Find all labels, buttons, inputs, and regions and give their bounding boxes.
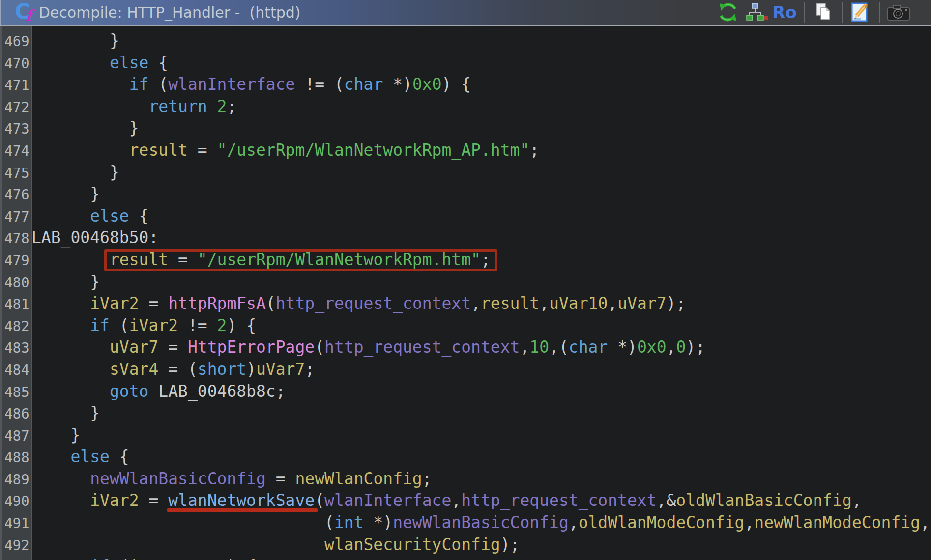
line-number: 470 [0, 53, 31, 75]
code-line[interactable]: 489 newWlanBasicConfig = newWlanConfig; [0, 468, 931, 490]
refresh-icon [719, 2, 737, 22]
code-line[interactable]: 471 if (wlanInterface != (char *)0x0) { [0, 74, 931, 96]
code-line[interactable]: 475 } [0, 162, 931, 184]
code-text: } [31, 117, 139, 140]
refresh-button[interactable] [718, 1, 738, 24]
code-text: result = "/userRpm/WlanNetworkRpm_AP.htm… [31, 140, 539, 162]
line-number: 488 [0, 447, 31, 469]
camera-icon [886, 2, 911, 22]
code-text: return 2; [31, 96, 236, 118]
line-number: 485 [0, 382, 31, 404]
code-line[interactable]: 477 else { [0, 205, 931, 227]
code-line[interactable]: 486 } [0, 402, 931, 424]
code-text: if (iVar2 != 2) { [31, 315, 256, 337]
graph-ast-button[interactable] [744, 1, 770, 24]
code-text: (int *)newWlanBasicConfig,oldWlanModeCon… [31, 512, 930, 534]
code-line[interactable]: 487 } [0, 424, 931, 447]
panel-title: Decompile: HTTP_Handler - (httpd) [39, 4, 301, 21]
code-text: result = "/userRpm/WlanNetworkRpm.htm"; [31, 249, 491, 271]
line-number: 481 [0, 294, 31, 316]
code-lines: 469 }470 else {471 if (wlanInterface != … [0, 30, 931, 560]
code-text: if (wlanInterface != (char *)0x0) { [31, 74, 471, 96]
code-line[interactable]: 470 else { [0, 52, 931, 74]
code-line[interactable]: 473 } [0, 117, 931, 140]
line-number: 487 [0, 425, 31, 448]
line-number: 473 [0, 118, 31, 140]
code-line[interactable]: 478LAB_00468b50: [0, 227, 931, 249]
code-text: } [31, 424, 80, 447]
code-text: iVar2 = wlanNetworkSave(wlanInterface,ht… [31, 490, 862, 512]
graph-icon [746, 2, 768, 22]
line-number: 490 [0, 491, 31, 513]
code-text: newWlanBasicConfig = newWlanConfig; [31, 468, 432, 490]
line-number: 491 [0, 513, 31, 535]
decompiler-titlebar: C f Decompile: HTTP_Handler - (httpd) [0, 0, 931, 26]
code-line[interactable]: 483 uVar7 = HttpErrorPage(http_request_c… [0, 336, 931, 359]
code-text: } [31, 183, 100, 205]
code-line[interactable]: 469 } [0, 30, 931, 52]
code-line[interactable]: 472 return 2; [0, 96, 931, 118]
line-number: 480 [0, 272, 31, 294]
line-number: 478 [0, 228, 31, 250]
line-number: 476 [0, 184, 31, 206]
line-number: 472 [0, 97, 31, 119]
decompiler-toolbar: Ro [718, 0, 931, 25]
code-text: if (iVar2 != 2) { [31, 556, 256, 560]
ro-button[interactable]: Ro [773, 1, 796, 24]
ro-label: Ro [772, 4, 797, 21]
code-line[interactable]: 481 iVar2 = httpRpmFsA(http_request_cont… [0, 293, 931, 315]
decompiler-code-view[interactable]: 469 }470 else {471 if (wlanInterface != … [0, 26, 931, 560]
line-number: 477 [0, 206, 31, 228]
code-text: goto LAB_00468b8c; [31, 381, 286, 403]
code-text: uVar7 = HttpErrorPage(http_request_conte… [31, 336, 705, 359]
copy-icon [814, 2, 834, 22]
code-line[interactable]: 484 sVar4 = (short)uVar7; [0, 359, 931, 381]
code-line[interactable]: 476 } [0, 183, 931, 205]
code-text: else { [31, 52, 168, 74]
code-line[interactable]: if (iVar2 != 2) { [0, 556, 931, 560]
code-text: } [31, 271, 100, 293]
code-text: } [31, 162, 119, 184]
toolbar-separator [879, 2, 880, 23]
code-text: } [31, 30, 119, 52]
line-number: 479 [0, 250, 31, 272]
line-number: 469 [0, 31, 31, 53]
code-text: } [31, 402, 100, 424]
line-number: 486 [0, 403, 31, 425]
code-line[interactable]: 490 iVar2 = wlanNetworkSave(wlanInterfac… [0, 490, 931, 512]
decompiler-panel: C f Decompile: HTTP_Handler - (httpd) [0, 0, 931, 560]
line-number: 484 [0, 360, 31, 382]
code-text: LAB_00468b50: [31, 227, 158, 249]
snapshot-button[interactable] [885, 1, 912, 24]
line-number: 475 [0, 163, 31, 185]
code-line[interactable]: 485 goto LAB_00468b8c; [0, 381, 931, 403]
code-line[interactable]: 480 } [0, 271, 931, 293]
edit-pencil-icon [850, 2, 871, 22]
line-number: 483 [0, 337, 31, 360]
code-line[interactable]: 474 result = "/userRpm/WlanNetworkRpm_AP… [0, 140, 931, 162]
code-line[interactable]: 488 else { [0, 446, 931, 468]
code-line[interactable]: 482 if (iVar2 != 2) { [0, 315, 931, 337]
code-line[interactable]: 479 result = "/userRpm/WlanNetworkRpm.ht… [0, 249, 931, 271]
code-line[interactable]: 491 (int *)newWlanBasicConfig,oldWlanMod… [0, 512, 931, 534]
code-text: wlanSecurityConfig); [31, 534, 520, 556]
decompiler-c-icon: C f [15, 1, 32, 23]
line-number: 471 [0, 75, 31, 97]
f-icon-letter: f [26, 8, 32, 23]
copy-button[interactable] [812, 1, 836, 24]
line-number: 489 [0, 469, 31, 491]
edit-button[interactable] [848, 1, 873, 24]
line-number: 482 [0, 316, 31, 338]
line-number: 492 [0, 535, 31, 557]
code-text: else { [31, 205, 148, 227]
toolbar-separator [842, 2, 843, 23]
line-number: 474 [0, 140, 31, 163]
code-text: sVar4 = (short)uVar7; [31, 359, 315, 381]
code-text: iVar2 = httpRpmFsA(http_request_context,… [31, 293, 686, 315]
code-line[interactable]: 492 wlanSecurityConfig); [0, 534, 931, 556]
code-text: else { [31, 446, 129, 468]
toolbar-separator [804, 2, 805, 23]
